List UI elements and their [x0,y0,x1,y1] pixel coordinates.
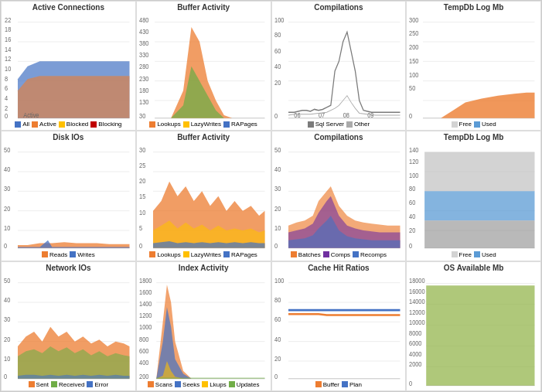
svg-text:180: 180 [139,87,149,94]
legend-comps: Comps [323,251,350,258]
legend-lookups-top: Lookups [149,121,180,128]
legend-color-lazywrites-top [183,121,189,128]
legend-color-other [346,121,353,128]
chart-title-compilations-mid: Compilations [314,133,363,141]
chart-svg-area-8: 140 120 100 80 60 40 20 0 [408,142,539,250]
chart-svg-area-2: 480 430 380 330 280 230 180 130 30 [138,12,269,120]
legend-color-buffer [315,381,322,387]
legend-label-batches: Batches [298,251,321,258]
svg-text:40: 40 [274,336,281,343]
legend-label-comps: Comps [331,251,350,258]
svg-text:14: 14 [5,46,12,53]
legend-buffer-top: Lookups LazyWrites RAPages [149,120,257,128]
legend-compilations-top: Sql Server Other [308,120,370,128]
svg-text:50: 50 [409,85,416,93]
legend-label-scans: Scans [155,381,172,388]
svg-text:10: 10 [4,355,11,363]
chart-title-buffer-top: Buffer Activity [177,3,230,12]
svg-text:430: 430 [139,28,149,36]
legend-color-all [15,121,21,128]
legend-label-updates: Updates [237,381,260,388]
svg-text:380: 380 [139,39,149,47]
svg-text:10: 10 [274,225,281,233]
legend-label-received: Received [59,381,84,388]
chart-title-disk-ios: Disk IOs [53,133,84,141]
svg-text:4: 4 [5,94,9,102]
legend-error: Error [87,381,108,388]
svg-text:600: 600 [139,347,149,355]
svg-text:10: 10 [5,65,12,73]
chart-title-index-activity: Index Activity [179,264,229,272]
chart-disk-ios: Disk IOs 50 40 30 20 10 0 [1,131,136,261]
legend-color-used-mid [474,251,480,257]
legend-label-seeks: Seeks [182,381,199,388]
legend-label-lookups-mid: Lookups [157,251,180,258]
legend-lazywrites-top: LazyWrites [183,121,221,128]
dashboard: Active Connections 22 18 16 14 12 10 8 6… [0,0,542,392]
legend-rapages-mid: RAPages [223,251,257,258]
svg-text:14000: 14000 [409,297,425,305]
chart-active-connections: Active Connections 22 18 16 14 12 10 8 6… [1,1,136,131]
svg-marker-191 [426,285,534,385]
svg-text:100: 100 [274,277,285,285]
legend-color-seeks [175,381,181,387]
svg-text:800: 800 [139,336,149,343]
svg-text:18: 18 [5,26,12,34]
svg-marker-127 [424,192,534,221]
legend-active-connections: All Active Blocked Blocking [15,120,121,128]
legend-all: All [15,121,29,128]
svg-text:1600: 1600 [139,288,152,296]
legend-recomps: Recomps [353,251,387,258]
legend-color-blocked [59,121,65,128]
svg-text:0: 0 [274,243,278,251]
svg-text:50: 50 [4,277,11,285]
legend-other: Other [346,121,370,128]
legend-label-lookups-top: Lookups [157,121,180,128]
svg-text:22: 22 [5,16,12,24]
legend-color-writes [70,251,76,257]
svg-text:2000: 2000 [409,360,422,368]
legend-sqlserver: Sql Server [308,121,344,128]
svg-text:6000: 6000 [409,339,422,347]
legend-active: Active [32,121,56,128]
legend-label-reads: Reads [49,251,67,258]
svg-text:20: 20 [139,178,146,186]
chart-svg-area-1: 22 18 16 14 12 10 8 6 4 2 0 [3,12,134,120]
legend-color-comps [323,251,329,257]
svg-text:25: 25 [139,162,146,170]
svg-text:200: 200 [139,373,149,380]
legend-label-rapages-mid: RAPages [231,251,257,258]
legend-label-other: Other [354,121,370,128]
chart-svg-area-4: 300 250 200 150 100 50 0 [408,12,539,120]
legend-label-rapages-top: RAPages [231,121,257,128]
svg-text:30: 30 [4,186,11,193]
svg-text:0: 0 [409,243,413,251]
svg-text:100: 100 [409,172,419,179]
legend-buffer: Buffer [315,381,339,388]
svg-text:50: 50 [4,146,11,154]
legend-scans: Scans [148,381,172,388]
legend-label-all: All [22,121,29,128]
svg-text:10: 10 [4,225,11,233]
svg-text:0: 0 [274,373,278,380]
svg-marker-66 [423,93,534,118]
legend-disk-ios: Reads Writes [42,251,95,259]
legend-lazywrites-mid: LazyWrites [183,251,221,258]
chart-title-os-available: OS Available Mb [444,264,504,272]
chart-svg-area-6: 30 25 20 15 10 5 0 [138,142,269,250]
chart-buffer-activity-mid: Buffer Activity 30 25 20 15 10 5 0 [136,131,271,261]
svg-text:120: 120 [409,159,419,166]
legend-index-activity: Scans Seeks Lkups Updates [148,380,260,389]
chart-svg-area-11: 100 80 60 40 20 0 [274,273,404,380]
svg-text:16: 16 [5,36,12,43]
chart-title-compilations-top: Compilations [314,3,363,12]
svg-text:0: 0 [4,373,8,380]
legend-color-lazywrites-mid [183,251,189,257]
chart-title-buffer-mid: Buffer Activity [177,133,230,141]
legend-label-free-mid: Free [459,251,472,258]
chart-cache-hit: Cache Hit Ratios 100 80 60 40 20 0 [271,261,407,391]
svg-text:0: 0 [409,112,413,120]
chart-svg-area-7: 50 40 30 20 10 0 [274,142,404,250]
svg-text:6: 6 [5,85,9,93]
legend-label-buffer: Buffer [323,381,339,388]
